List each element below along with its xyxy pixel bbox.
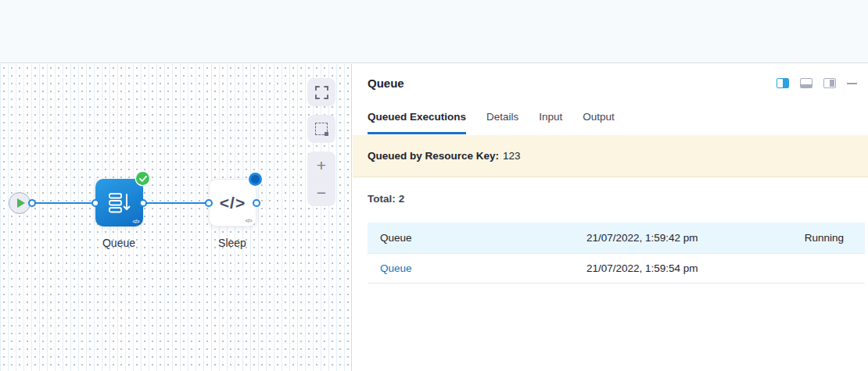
execution-status: Running	[805, 232, 865, 244]
node-queue[interactable]: </>	[95, 179, 143, 227]
total-label: Total:	[368, 193, 396, 205]
execution-name-link[interactable]: Queue	[368, 262, 586, 274]
zoom-out-icon: −	[317, 184, 326, 202]
resource-key-banner: Queued by Resource Key: 123	[353, 135, 868, 177]
total-count: Total:2	[368, 193, 404, 205]
edge-start-to-queue	[32, 202, 95, 204]
port-sleep-output[interactable]	[253, 199, 260, 207]
code-mini-icon: </>	[132, 219, 139, 224]
fit-view-icon	[315, 86, 328, 99]
top-header-bar	[0, 0, 868, 63]
queue-icon	[108, 192, 131, 214]
edge-queue-to-sleep	[143, 202, 209, 204]
panel-actions	[777, 78, 857, 88]
zoom-controls: + −	[307, 152, 335, 206]
tab-input[interactable]: Input	[539, 111, 562, 134]
node-sleep[interactable]: </> </>	[209, 179, 256, 227]
resource-key-label: Queued by Resource Key:	[368, 150, 499, 162]
tab-queued-executions[interactable]: Queued Executions	[368, 111, 466, 134]
node-label-sleep: Sleep	[185, 237, 279, 249]
minimize-icon[interactable]	[847, 83, 857, 84]
dock-right-icon[interactable]	[823, 78, 836, 88]
dock-left-icon[interactable]	[777, 78, 789, 88]
fit-view-button[interactable]	[307, 78, 335, 106]
table-row[interactable]: Queue 21/07/2022, 1:59:54 pm	[368, 253, 865, 284]
zoom-in-icon: +	[317, 156, 326, 175]
tab-output[interactable]: Output	[583, 111, 615, 134]
success-badge-icon	[136, 172, 149, 185]
code-mini-icon: </>	[245, 218, 252, 223]
select-area-button[interactable]	[307, 115, 335, 143]
node-label-queue: Queue	[72, 237, 166, 249]
port-sleep-input[interactable]	[205, 199, 213, 207]
panel-title: Queue	[368, 77, 404, 90]
workflow-canvas[interactable]: </> Queue </> </> Sleep	[0, 64, 352, 371]
execution-name: Queue	[368, 232, 586, 244]
select-area-icon	[315, 123, 328, 135]
play-icon	[17, 198, 25, 208]
zoom-out-button[interactable]: −	[307, 179, 335, 206]
details-panel: Queue Queued Executions Details Input Ou…	[353, 64, 868, 371]
code-icon: </>	[220, 194, 246, 212]
execution-timestamp: 21/07/2022, 1:59:54 pm	[586, 262, 844, 274]
zoom-in-button[interactable]: +	[307, 152, 335, 179]
dock-bottom-icon[interactable]	[800, 78, 812, 88]
tab-details[interactable]: Details	[486, 111, 518, 134]
port-queue-output[interactable]	[139, 199, 147, 207]
execution-timestamp: 21/07/2022, 1:59:42 pm	[586, 232, 805, 244]
start-node[interactable]	[9, 192, 30, 214]
panel-tabs: Queued Executions Details Input Output	[368, 111, 615, 134]
executions-table: Queue 21/07/2022, 1:59:42 pm Running Que…	[368, 223, 865, 284]
waiting-badge-icon	[249, 173, 262, 186]
port-queue-input[interactable]	[91, 199, 99, 207]
port-start-output[interactable]	[28, 199, 36, 207]
resource-key-value: 123	[503, 150, 521, 162]
total-value: 2	[399, 193, 405, 205]
table-row[interactable]: Queue 21/07/2022, 1:59:42 pm Running	[368, 223, 865, 253]
